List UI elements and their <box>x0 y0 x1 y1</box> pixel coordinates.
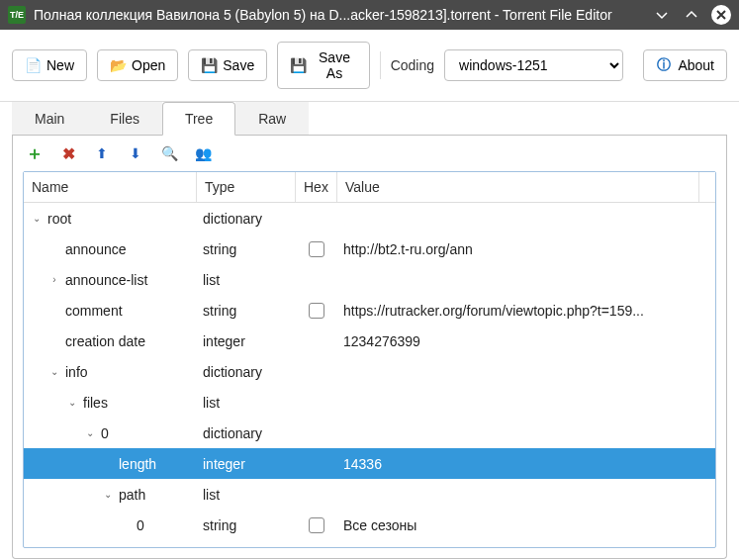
saveas-button[interactable]: 💾 Save As <box>277 42 370 89</box>
open-button[interactable]: 📂 Open <box>97 49 178 81</box>
chevron-down-icon[interactable]: ⌄ <box>65 397 79 408</box>
separator <box>380 51 381 79</box>
minimize-icon[interactable] <box>652 5 672 25</box>
hex-checkbox[interactable] <box>309 303 324 319</box>
tree-row[interactable]: 0stringВсе сезоны <box>24 510 715 540</box>
save-label: Save <box>223 57 254 73</box>
node-name: announce <box>65 241 127 257</box>
header-hex[interactable]: Hex <box>296 172 337 202</box>
node-type: list <box>197 395 296 411</box>
tree-grid: Name Type Hex Value ⌄rootdictionaryannou… <box>23 171 716 548</box>
chevron-down-icon[interactable]: ⌄ <box>47 366 61 377</box>
header-type[interactable]: Type <box>197 172 296 202</box>
maximize-icon[interactable] <box>682 5 701 25</box>
node-name: root <box>47 211 71 227</box>
node-value: Все сезоны <box>337 517 715 533</box>
node-type: integer <box>197 456 296 472</box>
tree-row[interactable]: ⌄0dictionary <box>24 418 715 448</box>
saveas-label: Save As <box>312 49 357 81</box>
app-icon: T/E <box>8 6 26 24</box>
window-title: Полная коллекция Вавилона 5 (Babylon 5) … <box>34 7 652 23</box>
delete-icon[interactable]: ✖ <box>60 145 76 161</box>
move-down-icon[interactable]: ⬇ <box>128 145 143 161</box>
node-type: string <box>197 517 296 533</box>
node-type: string <box>197 303 296 319</box>
about-label: About <box>678 57 714 73</box>
open-label: Open <box>132 57 165 73</box>
coding-select[interactable]: windows-1251 <box>444 49 623 81</box>
new-button[interactable]: 📄 New <box>12 49 87 81</box>
tab-main[interactable]: Main <box>12 102 87 135</box>
file-icon: 📄 <box>25 57 41 73</box>
save-icon: 💾 <box>201 57 217 73</box>
node-name: info <box>65 364 88 380</box>
node-name: creation date <box>65 333 145 349</box>
tab-files[interactable]: Files <box>87 102 162 135</box>
close-icon[interactable] <box>711 5 731 25</box>
chevron-down-icon[interactable]: ⌄ <box>101 489 115 500</box>
node-value: 1234276399 <box>337 333 715 349</box>
node-value: 14336 <box>337 456 715 472</box>
save-as-icon: 💾 <box>290 57 306 73</box>
header-name[interactable]: Name <box>24 172 197 202</box>
node-type: dictionary <box>197 425 296 441</box>
tab-raw[interactable]: Raw <box>235 102 309 135</box>
node-name: path <box>119 487 145 503</box>
hex-checkbox[interactable] <box>309 517 324 533</box>
tree-row[interactable]: ⌄infodictionary <box>24 356 715 387</box>
chevron-down-icon[interactable]: ⌄ <box>83 427 97 438</box>
node-type: string <box>197 241 296 257</box>
node-name: 0 <box>101 425 109 441</box>
node-name: 0 <box>137 517 144 533</box>
titlebar: T/E Полная коллекция Вавилона 5 (Babylon… <box>0 0 739 30</box>
chevron-down-icon[interactable]: ⌄ <box>30 213 44 224</box>
tab-tree[interactable]: Tree <box>162 102 235 136</box>
node-type: dictionary <box>197 211 296 227</box>
grid-header: Name Type Hex Value <box>24 172 715 203</box>
find-icon[interactable]: 🔍 <box>161 145 177 161</box>
chevron-right-icon[interactable]: › <box>47 274 61 285</box>
about-button[interactable]: ⓘ About <box>643 49 727 81</box>
node-value: https://rutracker.org/forum/viewtopic.ph… <box>337 303 715 319</box>
tree-row[interactable]: ›announce-listlist <box>24 264 715 295</box>
tree-row[interactable]: creation dateinteger1234276399 <box>24 326 715 356</box>
node-type: list <box>197 487 296 503</box>
move-up-icon[interactable]: ⬆ <box>94 145 110 161</box>
scrollbar[interactable] <box>699 172 715 202</box>
hex-checkbox[interactable] <box>309 241 324 257</box>
node-name: files <box>83 395 108 411</box>
coding-label: Coding <box>391 57 434 73</box>
node-name: comment <box>65 303 123 319</box>
replace-icon[interactable]: 👥 <box>195 145 211 161</box>
tree-row[interactable]: ⌄pathlist <box>24 479 715 510</box>
tabs: Main Files Tree Raw <box>12 102 727 136</box>
header-value[interactable]: Value <box>337 172 699 202</box>
node-type: list <box>197 272 296 288</box>
node-type: integer <box>197 333 296 349</box>
node-name: length <box>119 456 156 472</box>
node-value: http://bt2.t-ru.org/ann <box>337 241 715 257</box>
tree-row[interactable]: announcestringhttp://bt2.t-ru.org/ann <box>24 233 715 264</box>
tree-row[interactable]: ⌄fileslist <box>24 387 715 418</box>
info-icon: ⓘ <box>656 57 672 73</box>
save-button[interactable]: 💾 Save <box>188 49 267 81</box>
grid-body: ⌄rootdictionaryannouncestringhttp://bt2.… <box>24 203 715 547</box>
tree-panel: ＋ ✖ ⬆ ⬇ 🔍 👥 Name Type Hex Value ⌄rootdic… <box>12 136 727 559</box>
tree-row[interactable]: ⌄rootdictionary <box>24 203 715 233</box>
folder-open-icon: 📂 <box>110 57 126 73</box>
node-name: announce-list <box>65 272 147 288</box>
tree-toolbar: ＋ ✖ ⬆ ⬇ 🔍 👥 <box>13 136 726 171</box>
node-type: dictionary <box>197 364 296 380</box>
tree-row[interactable]: lengthinteger14336 <box>24 448 715 479</box>
tree-row[interactable]: commentstringhttps://rutracker.org/forum… <box>24 295 715 326</box>
main-toolbar: 📄 New 📂 Open 💾 Save 💾 Save As Coding win… <box>0 30 739 102</box>
new-label: New <box>46 57 74 73</box>
add-icon[interactable]: ＋ <box>27 145 43 161</box>
